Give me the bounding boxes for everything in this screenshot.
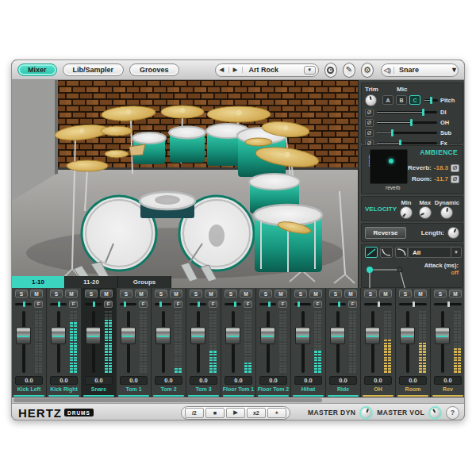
channel-name[interactable]: Floor Tom 1	[221, 386, 255, 394]
mute-button[interactable]: M	[65, 290, 78, 298]
solo-button[interactable]: S	[434, 290, 447, 298]
pan-slider[interactable]	[155, 303, 171, 305]
fx-button[interactable]: F	[104, 301, 113, 308]
mute-button[interactable]: M	[274, 290, 287, 298]
pan-slider[interactable]	[259, 303, 276, 305]
mute-button[interactable]: M	[414, 290, 427, 298]
curve-linear-button[interactable]	[365, 247, 378, 258]
help-button[interactable]: ?	[446, 406, 459, 420]
master-vol-knob[interactable]	[428, 406, 442, 420]
target-icon[interactable]	[324, 63, 337, 78]
solo-button[interactable]: S	[329, 290, 342, 298]
ambience-xy-pad[interactable]	[370, 149, 408, 184]
pan-slider[interactable]	[50, 303, 67, 305]
mute-button[interactable]: M	[379, 290, 392, 298]
channel-name[interactable]: Ride	[326, 386, 360, 394]
fader-handle[interactable]	[330, 327, 345, 344]
mute-button[interactable]: M	[309, 290, 322, 298]
pan-slider[interactable]	[15, 303, 32, 305]
pan-slider[interactable]	[329, 303, 346, 305]
preset-value[interactable]: Art Rock	[243, 66, 304, 74]
curve-concave-button[interactable]	[380, 247, 393, 258]
fx-button[interactable]: F	[348, 301, 357, 308]
reverse-button[interactable]: Reverse	[365, 227, 406, 239]
gear-icon[interactable]: ⚙	[361, 63, 374, 78]
room-phase-button[interactable]: Ø	[451, 175, 459, 183]
fader-handle[interactable]	[225, 327, 240, 344]
solo-button[interactable]: S	[120, 290, 132, 298]
velocity-dynamic-knob[interactable]	[440, 206, 453, 219]
stop-button[interactable]: ■	[205, 408, 225, 418]
pan-slider[interactable]	[225, 303, 241, 305]
preset-prev-button[interactable]: ◀	[216, 67, 229, 73]
instrument-value[interactable]: Snare	[394, 66, 451, 74]
mixer-tab-groups[interactable]: Groups	[118, 276, 171, 288]
fader-handle[interactable]	[51, 327, 66, 344]
fader-handle[interactable]	[260, 327, 275, 344]
channel-name[interactable]: Tom 2	[152, 386, 186, 394]
reverb-phase-button[interactable]: Ø	[451, 164, 459, 172]
tab-lib-sampler[interactable]: Lib/Sampler	[63, 63, 125, 76]
solo-button[interactable]: S	[259, 290, 272, 298]
instrument-dropdown-arrow[interactable]: ▼	[451, 66, 458, 74]
preset-dropdown-arrow[interactable]: ▼	[304, 66, 316, 75]
solo-button[interactable]: S	[155, 290, 167, 298]
curve-convex-button[interactable]	[395, 247, 408, 258]
solo-button[interactable]: S	[50, 290, 63, 298]
pan-slider[interactable]	[85, 303, 102, 305]
sub-slider[interactable]	[377, 131, 437, 135]
fx-button[interactable]: F	[278, 301, 287, 308]
channel-name[interactable]: Rev	[431, 386, 465, 394]
solo-button[interactable]: S	[15, 290, 28, 298]
fader-handle[interactable]	[295, 327, 310, 344]
channel-name[interactable]: Floor Tom 2	[256, 386, 290, 394]
channel-name[interactable]: Tom 3	[186, 386, 221, 394]
master-dyn-knob[interactable]	[359, 406, 373, 420]
phase-button-oh[interactable]: Ø	[365, 119, 374, 127]
mute-button[interactable]: M	[100, 290, 113, 298]
tab-grooves[interactable]: Grooves	[129, 63, 179, 76]
double-speed-button[interactable]: x2	[247, 408, 266, 418]
mixer-scrollbar-thumb[interactable]	[13, 398, 322, 402]
fader-handle[interactable]	[16, 327, 31, 344]
brush-icon[interactable]: ✎	[343, 63, 355, 78]
fader-handle[interactable]	[155, 327, 171, 344]
channel-name[interactable]: Kick Left	[12, 386, 46, 394]
mic-a-button[interactable]: A	[382, 95, 393, 105]
phase-button-di[interactable]: Ø	[365, 109, 374, 117]
articulation-dropdown[interactable]: All ▼	[408, 247, 462, 258]
tab-mixer[interactable]: Mixer	[17, 63, 57, 76]
mic-b-button[interactable]: B	[396, 95, 407, 105]
mute-button[interactable]: M	[240, 290, 252, 298]
length-knob[interactable]	[447, 227, 459, 239]
trim-knob[interactable]	[365, 94, 377, 106]
fader-handle[interactable]	[121, 327, 136, 344]
pan-slider[interactable]	[364, 303, 392, 305]
fader-handle[interactable]	[190, 327, 205, 344]
articulation-dropdown-arrow[interactable]: ▼	[451, 248, 461, 257]
mute-button[interactable]: M	[205, 290, 217, 298]
pitch-slider[interactable]	[424, 98, 438, 102]
play-button[interactable]: ▶	[226, 408, 245, 418]
fx-button[interactable]: F	[174, 301, 182, 308]
velocity-min-knob[interactable]	[400, 206, 413, 219]
solo-button[interactable]: S	[85, 290, 98, 298]
fx-button[interactable]: F	[139, 301, 148, 308]
mic-c-button[interactable]: C	[409, 95, 420, 105]
mixer-scrollbar[interactable]	[12, 397, 465, 403]
mute-button[interactable]: M	[170, 290, 182, 298]
mute-button[interactable]: M	[344, 290, 357, 298]
fx-button[interactable]: F	[313, 301, 322, 308]
pan-slider[interactable]	[434, 303, 462, 305]
speaker-icon[interactable]: ◁)	[382, 67, 394, 74]
channel-name[interactable]: Room	[396, 386, 430, 394]
solo-button[interactable]: S	[225, 290, 237, 298]
mute-button[interactable]: M	[135, 290, 148, 298]
fader-handle[interactable]	[86, 327, 101, 344]
pan-slider[interactable]	[294, 303, 311, 305]
pan-slider[interactable]	[190, 303, 206, 305]
drum-kit-image[interactable]	[12, 80, 358, 288]
pan-slider[interactable]	[399, 303, 427, 305]
drag-midi-button[interactable]: +	[267, 408, 286, 418]
channel-name[interactable]: Hihat	[291, 386, 325, 394]
